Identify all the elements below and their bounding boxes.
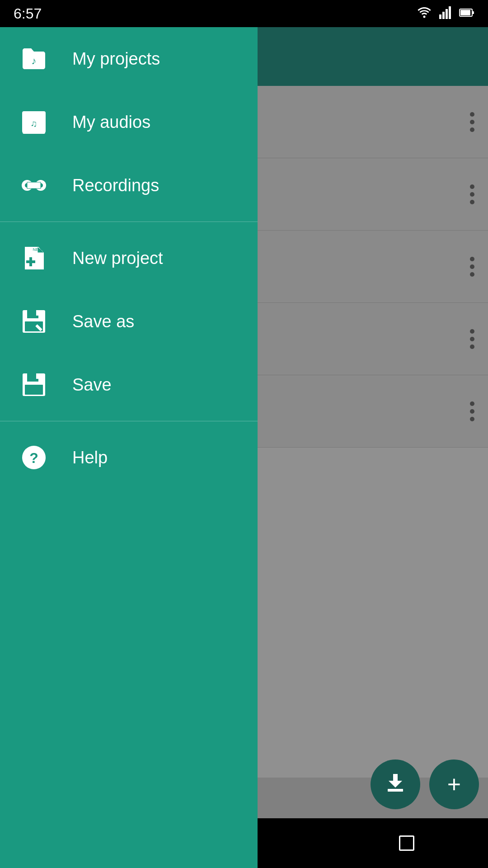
add-button[interactable]: + — [429, 760, 479, 809]
drawer-item-help[interactable]: ? Help — [0, 426, 258, 489]
wifi-icon — [417, 6, 432, 22]
svg-rect-1 — [439, 14, 441, 19]
more-options-button-4[interactable] — [470, 329, 474, 349]
save-icon — [18, 369, 50, 401]
svg-rect-4 — [449, 6, 451, 19]
drawer-item-save-as-label: Save as — [72, 312, 134, 331]
drawer-item-my-audios-label: My audios — [72, 113, 150, 132]
more-options-button-2[interactable] — [470, 184, 474, 204]
drawer-divider-1 — [0, 222, 258, 222]
svg-rect-7 — [472, 11, 474, 14]
status-icons — [417, 6, 474, 22]
drawer-item-save-label: Save — [72, 375, 112, 395]
svg-rect-25 — [36, 310, 39, 316]
drawer-item-save-as[interactable]: Save as — [0, 290, 258, 353]
svg-rect-8 — [388, 789, 403, 792]
svg-rect-31 — [25, 385, 43, 395]
drawer-item-save[interactable]: Save — [0, 353, 258, 416]
svg-text:?: ? — [29, 450, 38, 466]
help-icon: ? — [18, 442, 50, 473]
my-audios-icon: ♪ ♫ — [18, 106, 50, 138]
drawer-divider-2 — [0, 421, 258, 421]
my-projects-icon: ♪ — [18, 43, 50, 75]
svg-text:NEW: NEW — [33, 247, 43, 252]
list-row — [258, 231, 488, 303]
svg-text:♫: ♫ — [31, 118, 38, 128]
save-as-icon — [18, 306, 50, 337]
svg-rect-3 — [446, 9, 448, 19]
svg-rect-30 — [36, 373, 39, 379]
drawer-item-my-projects-label: My projects — [72, 49, 160, 69]
recordings-icon — [18, 170, 50, 201]
list-row — [258, 158, 488, 231]
status-bar: 6:57 — [0, 0, 488, 27]
add-icon: + — [447, 773, 461, 796]
fab-area: + — [371, 760, 479, 809]
new-project-icon: NEW — [18, 242, 50, 274]
recents-button[interactable] — [389, 825, 425, 861]
svg-rect-6 — [460, 10, 470, 15]
svg-rect-2 — [442, 12, 445, 19]
drawer-item-recordings[interactable]: Recordings — [0, 154, 258, 217]
list-row — [258, 375, 488, 448]
battery-icon — [459, 8, 474, 19]
svg-point-0 — [423, 15, 426, 18]
recents-icon — [399, 835, 414, 851]
drawer-item-new-project[interactable]: NEW New project — [0, 226, 258, 290]
more-options-button-3[interactable] — [470, 257, 474, 277]
drawer-item-my-projects[interactable]: ♪ My projects — [0, 27, 258, 90]
download-button[interactable] — [371, 760, 420, 809]
signal-icon — [439, 6, 452, 21]
status-time: 6:57 — [14, 5, 42, 22]
drawer-item-new-project-label: New project — [72, 249, 163, 268]
drawer-item-recordings-label: Recordings — [72, 176, 159, 195]
app-list-area — [258, 86, 488, 778]
svg-rect-18 — [27, 182, 41, 189]
drawer-item-my-audios[interactable]: ♪ ♫ My audios — [0, 90, 258, 154]
more-options-button-5[interactable] — [470, 401, 474, 421]
drawer-item-help-label: Help — [72, 448, 108, 467]
download-icon — [384, 772, 407, 797]
svg-rect-21 — [26, 260, 35, 263]
list-row — [258, 303, 488, 375]
navigation-drawer: ♪ My projects ♪ ♫ My audios — [0, 27, 258, 868]
svg-text:♪: ♪ — [32, 55, 37, 66]
app-header — [258, 27, 488, 86]
more-options-button-1[interactable] — [470, 112, 474, 132]
list-row — [258, 86, 488, 158]
